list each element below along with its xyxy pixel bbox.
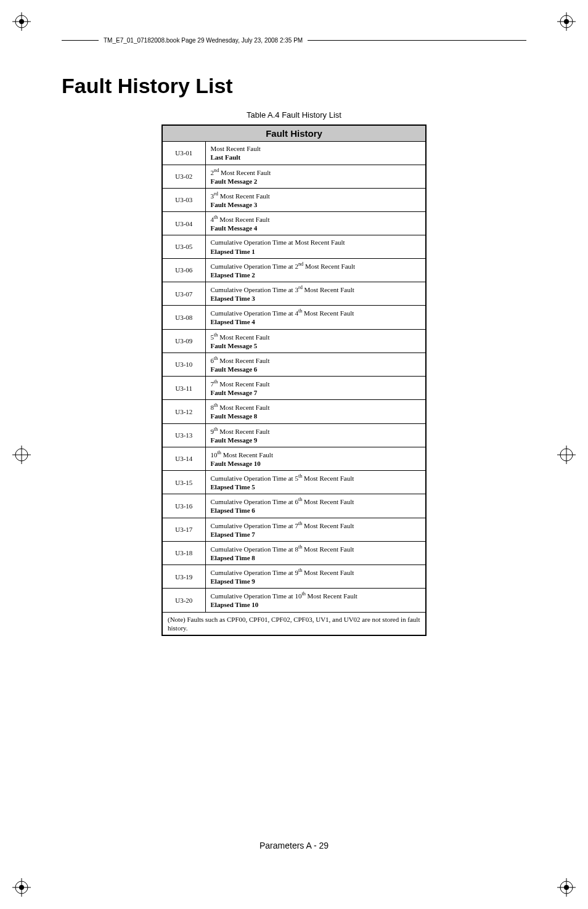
fault-description: 7th Most Recent FaultFault Message 7	[205, 377, 426, 400]
fault-description-line1: Most Recent Fault	[211, 144, 421, 153]
svg-point-21	[564, 885, 569, 890]
fault-description-line2: Elapsed Time 3	[211, 294, 421, 303]
fault-description: Cumulative Operation Time at 8th Most Re…	[205, 541, 426, 565]
table-row: U3-01Most Recent FaultLast Fault	[162, 142, 426, 165]
table-header: Fault History	[162, 125, 426, 142]
fault-description-line2: Elapsed Time 10	[211, 600, 421, 609]
crop-mark-icon	[12, 12, 31, 31]
fault-description-line1: 8th Most Recent Fault	[211, 402, 421, 412]
fault-description-line1: 4th Most Recent Fault	[211, 214, 421, 224]
fault-description-line2: Elapsed Time 6	[211, 506, 421, 515]
fault-description-line1: Cumulative Operation Time at 10th Most R…	[211, 591, 421, 600]
fault-code: U3-11	[162, 377, 205, 400]
fault-description: 2nd Most Recent FaultFault Message 2	[205, 165, 426, 188]
fault-description: Cumulative Operation Time at 10th Most R…	[205, 589, 426, 612]
fault-description-line2: Fault Message 4	[211, 224, 421, 232]
table-row: U3-07Cumulative Operation Time at 3rd Mo…	[162, 282, 426, 306]
fault-description-line1: Cumulative Operation Time at 5th Most Re…	[211, 473, 421, 483]
fault-description: Most Recent FaultLast Fault	[205, 142, 426, 165]
table-note: (Note) Faults such as CPF00, CPF01, CPF0…	[162, 612, 426, 635]
table-row: U3-1410th Most Recent FaultFault Message…	[162, 447, 426, 470]
fault-description-line1: Cumulative Operation Time at 9th Most Re…	[211, 568, 421, 577]
fault-description: Cumulative Operation Time at 5th Most Re…	[205, 471, 426, 494]
table-row: U3-022nd Most Recent FaultFault Message …	[162, 165, 426, 188]
fault-description-line2: Elapsed Time 9	[211, 577, 421, 585]
table-row: U3-06Cumulative Operation Time at 2nd Mo…	[162, 258, 426, 282]
fault-description: 8th Most Recent FaultFault Message 8	[205, 400, 426, 423]
crop-mark-icon	[557, 446, 576, 464]
fault-description-line2: Fault Message 6	[211, 365, 421, 373]
fault-description: Cumulative Operation Time at 2nd Most Re…	[205, 258, 426, 282]
fault-code: U3-05	[162, 235, 205, 259]
crop-mark-icon	[557, 878, 576, 897]
table-note-row: (Note) Faults such as CPF00, CPF01, CPF0…	[162, 612, 426, 635]
fault-code: U3-07	[162, 282, 205, 306]
fault-description-line1: Cumulative Operation Time at 4th Most Re…	[211, 308, 421, 317]
fault-code: U3-18	[162, 541, 205, 565]
fault-description-line2: Fault Message 7	[211, 388, 421, 397]
fault-code: U3-01	[162, 142, 205, 165]
fault-code: U3-17	[162, 518, 205, 541]
table-row: U3-106th Most Recent FaultFault Message …	[162, 353, 426, 376]
fault-description: 3rd Most Recent FaultFault Message 3	[205, 188, 426, 211]
fault-description: Cumulative Operation Time at 3rd Most Re…	[205, 282, 426, 306]
fault-description-line2: Fault Message 5	[211, 341, 421, 350]
svg-point-17	[19, 885, 24, 890]
fault-description: 4th Most Recent FaultFault Message 4	[205, 212, 426, 235]
crop-mark-icon	[12, 446, 31, 464]
fault-description-line1: Cumulative Operation Time at 3rd Most Re…	[211, 285, 421, 294]
fault-code: U3-04	[162, 212, 205, 235]
fault-code: U3-19	[162, 565, 205, 589]
fault-description-line1: 10th Most Recent Fault	[211, 450, 421, 459]
fault-code: U3-10	[162, 353, 205, 376]
fault-description: Cumulative Operation Time at 6th Most Re…	[205, 494, 426, 518]
table-row: U3-16Cumulative Operation Time at 6th Mo…	[162, 494, 426, 518]
table-row: U3-20Cumulative Operation Time at 10th M…	[162, 589, 426, 612]
fault-description-line2: Fault Message 8	[211, 412, 421, 420]
fault-description-line1: 9th Most Recent Fault	[211, 426, 421, 436]
fault-code: U3-15	[162, 471, 205, 494]
table-row: U3-05Cumulative Operation Time at Most R…	[162, 235, 426, 259]
crop-mark-icon	[557, 12, 576, 31]
page-title: Fault History List	[62, 74, 526, 98]
fault-description: Cumulative Operation Time at 9th Most Re…	[205, 565, 426, 589]
fault-code: U3-09	[162, 329, 205, 353]
fault-code: U3-12	[162, 400, 205, 423]
fault-code: U3-02	[162, 165, 205, 188]
fault-description-line1: 3rd Most Recent Fault	[211, 191, 421, 200]
table-caption: Table A.4 Fault History List	[62, 110, 526, 120]
table-row: U3-139th Most Recent FaultFault Message …	[162, 423, 426, 447]
fault-description-line1: 5th Most Recent Fault	[211, 332, 421, 341]
fault-description: 10th Most Recent FaultFault Message 10	[205, 447, 426, 470]
page-header: TM_E7_01_07182008.book Page 29 Wednesday…	[62, 37, 526, 44]
fault-history-table: Fault History U3-01Most Recent FaultLast…	[161, 124, 427, 636]
fault-description-line1: Cumulative Operation Time at 2nd Most Re…	[211, 261, 421, 271]
fault-description-line2: Elapsed Time 7	[211, 530, 421, 539]
svg-point-3	[19, 19, 24, 24]
fault-description: Cumulative Operation Time at 7th Most Re…	[205, 518, 426, 541]
fault-description: Cumulative Operation Time at Most Recent…	[205, 235, 426, 259]
fault-description-line1: 2nd Most Recent Fault	[211, 168, 421, 177]
fault-description-line2: Elapsed Time 1	[211, 247, 421, 256]
fault-description-line2: Fault Message 10	[211, 459, 421, 468]
fault-description-line1: 6th Most Recent Fault	[211, 356, 421, 365]
fault-description-line1: Cumulative Operation Time at 8th Most Re…	[211, 544, 421, 553]
fault-description-line1: Cumulative Operation Time at Most Recent…	[211, 238, 421, 247]
fault-description: 9th Most Recent FaultFault Message 9	[205, 423, 426, 447]
table-row: U3-15Cumulative Operation Time at 5th Mo…	[162, 471, 426, 494]
fault-description-line2: Elapsed Time 8	[211, 553, 421, 562]
table-row: U3-044th Most Recent FaultFault Message …	[162, 212, 426, 235]
fault-description-line1: 7th Most Recent Fault	[211, 379, 421, 388]
fault-code: U3-08	[162, 306, 205, 329]
fault-code: U3-06	[162, 258, 205, 282]
table-row: U3-033rd Most Recent FaultFault Message …	[162, 188, 426, 211]
fault-code: U3-16	[162, 494, 205, 518]
table-row: U3-128th Most Recent FaultFault Message …	[162, 400, 426, 423]
page-footer: Parameters A - 29	[0, 841, 588, 850]
table-row: U3-095th Most Recent FaultFault Message …	[162, 329, 426, 353]
crop-mark-icon	[12, 878, 31, 897]
fault-description-line1: Cumulative Operation Time at 7th Most Re…	[211, 521, 421, 530]
fault-description-line2: Elapsed Time 4	[211, 317, 421, 326]
fault-description: 6th Most Recent FaultFault Message 6	[205, 353, 426, 376]
fault-description-line2: Elapsed Time 5	[211, 483, 421, 491]
